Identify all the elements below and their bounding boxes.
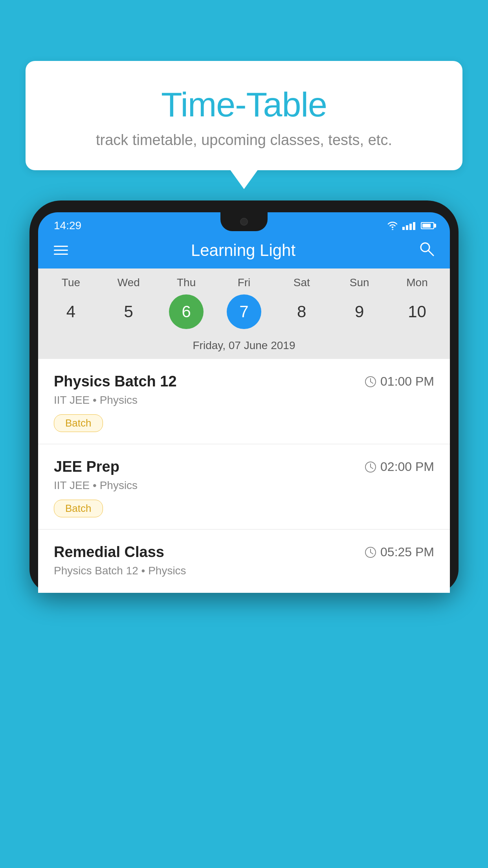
svg-line-5 bbox=[371, 382, 373, 383]
bubble-subtitle: track timetable, upcoming classes, tests… bbox=[41, 132, 447, 149]
day-label: Thu bbox=[177, 276, 196, 289]
notch bbox=[220, 212, 268, 231]
schedule-time: 01:00 PM bbox=[365, 374, 434, 389]
day-label: Mon bbox=[406, 276, 427, 289]
schedule-item-header: Remedial Class05:25 PM bbox=[54, 544, 434, 561]
status-bar: 14:29 bbox=[38, 212, 450, 232]
schedule-meta: Physics Batch 12 • Physics bbox=[54, 565, 434, 577]
status-time: 14:29 bbox=[54, 219, 81, 232]
phone-frame: 14:29 bbox=[29, 200, 459, 593]
schedule-name: Physics Batch 12 bbox=[54, 373, 177, 390]
phone-container: 14:29 bbox=[29, 200, 459, 868]
signal-icon bbox=[402, 221, 415, 230]
day-label: Tue bbox=[62, 276, 80, 289]
day-number: 9 bbox=[342, 294, 377, 329]
schedule-item-header: Physics Batch 1201:00 PM bbox=[54, 373, 434, 390]
schedule-list: Physics Batch 1201:00 PMIIT JEE • Physic… bbox=[38, 359, 450, 593]
day-label: Sun bbox=[350, 276, 369, 289]
schedule-time: 05:25 PM bbox=[365, 545, 434, 559]
day-number: 7 bbox=[227, 294, 261, 329]
day-label: Sat bbox=[294, 276, 310, 289]
day-label: Fri bbox=[238, 276, 251, 289]
speech-bubble-container: Time-Table track timetable, upcoming cla… bbox=[26, 61, 462, 170]
day-row: Tue4Wed5Thu6Fri7Sat8Sun9Mon10 bbox=[38, 276, 450, 333]
day-number: 6 bbox=[169, 294, 204, 329]
clock-icon bbox=[365, 461, 376, 473]
svg-line-11 bbox=[371, 552, 373, 554]
day-number: 8 bbox=[284, 294, 319, 329]
app-title: Learning Light bbox=[68, 241, 418, 260]
calendar-day-mon[interactable]: Mon10 bbox=[391, 276, 442, 333]
schedule-item[interactable]: JEE Prep02:00 PMIIT JEE • PhysicsBatch bbox=[38, 444, 450, 530]
svg-point-1 bbox=[421, 243, 429, 252]
clock-icon bbox=[365, 546, 376, 558]
day-number: 5 bbox=[111, 294, 146, 329]
app-header: Learning Light bbox=[38, 232, 450, 268]
bubble-title: Time-Table bbox=[41, 85, 447, 125]
schedule-item[interactable]: Physics Batch 1201:00 PMIIT JEE • Physic… bbox=[38, 359, 450, 444]
batch-tag: Batch bbox=[54, 500, 103, 517]
svg-line-8 bbox=[371, 467, 373, 469]
calendar-day-tue[interactable]: Tue4 bbox=[45, 276, 96, 333]
speech-bubble: Time-Table track timetable, upcoming cla… bbox=[26, 61, 462, 170]
camera-dot bbox=[240, 218, 248, 226]
wifi-icon bbox=[387, 221, 398, 230]
selected-date-label: Friday, 07 June 2019 bbox=[38, 333, 450, 359]
schedule-item-header: JEE Prep02:00 PM bbox=[54, 458, 434, 475]
calendar-day-wed[interactable]: Wed5 bbox=[103, 276, 154, 333]
schedule-time: 02:00 PM bbox=[365, 460, 434, 474]
schedule-meta: IIT JEE • Physics bbox=[54, 394, 434, 406]
clock-icon bbox=[365, 376, 376, 388]
day-number: 4 bbox=[53, 294, 88, 329]
calendar-day-sun[interactable]: Sun9 bbox=[334, 276, 385, 333]
search-icon[interactable] bbox=[418, 241, 434, 260]
schedule-name: Remedial Class bbox=[54, 544, 164, 561]
schedule-name: JEE Prep bbox=[54, 458, 119, 475]
calendar-day-fri[interactable]: Fri7 bbox=[218, 276, 270, 333]
schedule-meta: IIT JEE • Physics bbox=[54, 479, 434, 492]
day-label: Wed bbox=[117, 276, 140, 289]
schedule-item[interactable]: Remedial Class05:25 PMPhysics Batch 12 •… bbox=[38, 530, 450, 593]
calendar-strip: Tue4Wed5Thu6Fri7Sat8Sun9Mon10 Friday, 07… bbox=[38, 268, 450, 359]
day-number: 10 bbox=[400, 294, 434, 329]
batch-tag: Batch bbox=[54, 414, 103, 432]
calendar-day-thu[interactable]: Thu6 bbox=[161, 276, 212, 333]
svg-line-2 bbox=[429, 251, 433, 256]
calendar-day-sat[interactable]: Sat8 bbox=[276, 276, 327, 333]
status-icons bbox=[387, 221, 434, 230]
phone-screen: Learning Light Tue4Wed5Thu6Fri7Sat8Sun9M… bbox=[38, 232, 450, 593]
hamburger-icon[interactable] bbox=[54, 246, 68, 255]
battery-icon bbox=[421, 222, 434, 229]
